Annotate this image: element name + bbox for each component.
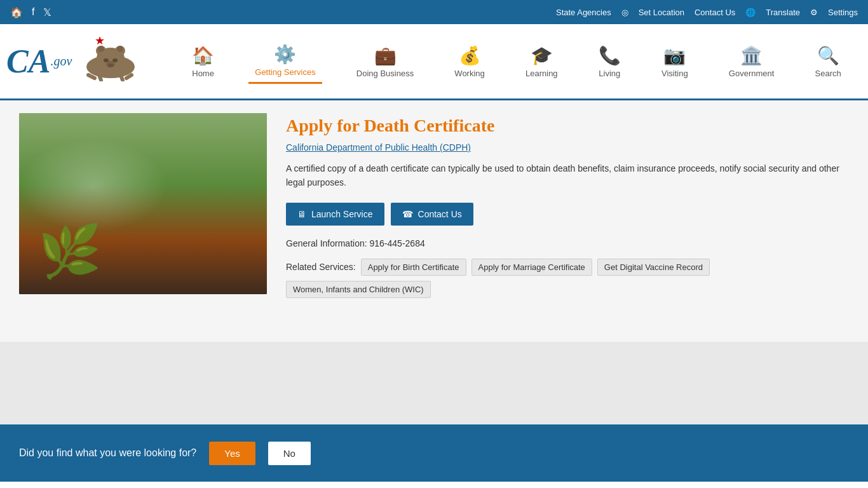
related-birth-certificate[interactable]: Apply for Birth Certificate	[361, 259, 466, 276]
svg-line-11	[121, 77, 123, 80]
learning-icon: 🎓	[531, 45, 553, 66]
svg-point-22	[35, 202, 67, 240]
facebook-icon[interactable]: f	[32, 6, 34, 18]
working-icon: 💰	[459, 45, 481, 66]
monitor-icon: 🖥	[297, 209, 306, 219]
related-wic[interactable]: Women, Infants and Children (WIC)	[286, 281, 431, 298]
svg-rect-16	[118, 151, 137, 234]
phone-icon: ☎	[402, 209, 413, 219]
related-services: Related Services: Apply for Birth Certif…	[286, 259, 849, 298]
visiting-icon: 📷	[663, 45, 686, 66]
nav-bar: CA .gov ★	[0, 24, 868, 100]
gray-section	[0, 342, 868, 424]
top-bar: 🏠 f 𝕏 State Agencies ◎ Set Location Cont…	[0, 0, 868, 24]
svg-rect-19	[154, 189, 177, 196]
feedback-no-button[interactable]: No	[268, 442, 311, 465]
star-icon: ★	[95, 34, 105, 48]
svg-point-27	[44, 259, 121, 294]
svg-point-26	[89, 256, 95, 262]
general-info: General Information: 916-445-2684	[286, 238, 849, 248]
service-title: Apply for Death Certificate	[286, 116, 849, 136]
nav-learning[interactable]: 🎓 Learning	[519, 40, 564, 83]
nav-living[interactable]: 📞 Living	[592, 40, 627, 83]
feedback-question: Did you find what you were looking for?	[19, 447, 196, 459]
svg-point-25	[104, 252, 112, 261]
location-icon: ◎	[621, 8, 628, 17]
search-icon: 🔍	[817, 45, 839, 66]
svg-point-24	[98, 243, 105, 250]
general-info-label: General Information:	[286, 238, 367, 248]
related-marriage-certificate[interactable]: Apply for Marriage Certificate	[471, 259, 592, 276]
department-link[interactable]: California Department of Public Health (…	[286, 142, 849, 152]
svg-point-29	[19, 278, 64, 294]
nav-home[interactable]: 🏠 Home	[186, 40, 220, 83]
related-vaccine-record[interactable]: Get Digital Vaccine Record	[597, 259, 710, 276]
svg-point-23	[90, 248, 100, 258]
nav-getting-services[interactable]: ⚙️ Getting Services	[248, 39, 322, 84]
service-description: A certified copy of a death certificate …	[286, 161, 849, 190]
home-icon[interactable]: 🏠	[10, 6, 23, 18]
svg-point-28	[153, 269, 241, 294]
nav-government[interactable]: 🏛️ Government	[722, 40, 781, 83]
top-links: State Agencies ◎ Set Location Contact Us…	[556, 8, 858, 17]
svg-point-20	[48, 180, 92, 237]
launch-service-button[interactable]: 🖥 Launch Service	[286, 203, 384, 226]
cemetery-image	[19, 113, 267, 294]
settings-link[interactable]: Settings	[828, 8, 858, 17]
translate-icon: 🌐	[745, 8, 756, 17]
doing-business-icon: 💼	[374, 45, 397, 66]
related-label: Related Services:	[286, 262, 356, 272]
settings-icon: ⚙	[810, 8, 818, 17]
getting-services-icon: ⚙️	[274, 44, 296, 65]
main-content: Apply for Death Certificate California D…	[0, 100, 868, 342]
social-links: 🏠 f 𝕏	[10, 6, 51, 18]
translate-link[interactable]: Translate	[766, 8, 800, 17]
nav-visiting[interactable]: 📷 Visiting	[655, 40, 695, 83]
service-buttons: 🖥 Launch Service ☎ Contact Us	[286, 203, 849, 226]
service-details: Apply for Death Certificate California D…	[286, 113, 849, 298]
svg-line-12	[126, 75, 132, 78]
service-card: Apply for Death Certificate California D…	[19, 113, 849, 298]
state-agencies-link[interactable]: State Agencies	[556, 8, 611, 17]
logo-area: CA .gov ★	[6, 40, 172, 83]
living-icon: 📞	[599, 45, 621, 66]
svg-rect-14	[19, 113, 267, 294]
bear-logo	[76, 40, 146, 81]
contact-us-topbar-link[interactable]: Contact Us	[695, 8, 735, 17]
home-nav-icon: 🏠	[192, 45, 214, 66]
svg-point-30	[111, 281, 175, 294]
svg-line-10	[100, 77, 101, 80]
nav-working[interactable]: 💰 Working	[448, 40, 491, 83]
svg-rect-18	[159, 183, 172, 234]
svg-marker-17	[118, 132, 137, 151]
svg-rect-15	[19, 227, 267, 294]
svg-point-21	[197, 177, 235, 227]
twitter-icon[interactable]: 𝕏	[43, 6, 51, 18]
svg-line-9	[88, 75, 95, 78]
feedback-yes-button[interactable]: Yes	[209, 442, 255, 465]
government-icon: 🏛️	[740, 45, 763, 66]
set-location-link[interactable]: Set Location	[639, 8, 684, 17]
logo-ca-text[interactable]: CA	[6, 43, 50, 80]
phone-number: 916-445-2684	[370, 238, 425, 248]
nav-doing-business[interactable]: 💼 Doing Business	[350, 40, 420, 83]
nav-search[interactable]: 🔍 Search	[809, 40, 848, 83]
service-image	[19, 113, 267, 294]
contact-us-button[interactable]: ☎ Contact Us	[391, 203, 473, 226]
logo-gov-text: .gov	[50, 54, 72, 69]
nav-items: 🏠 Home ⚙️ Getting Services 💼 Doing Busin…	[172, 39, 862, 84]
svg-point-13	[107, 64, 114, 67]
svg-point-5	[117, 46, 123, 52]
footer-feedback: Did you find what you were looking for? …	[0, 424, 868, 482]
